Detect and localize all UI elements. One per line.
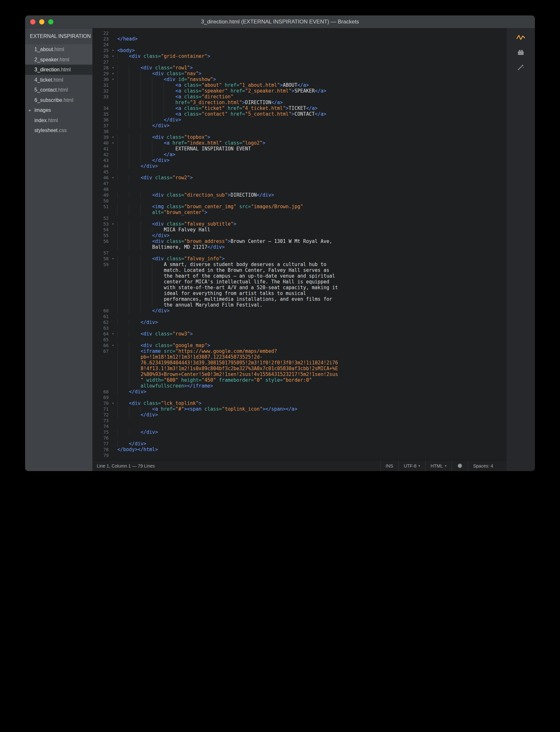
code-line-text[interactable]: </div> bbox=[117, 389, 146, 394]
code-line-text[interactable]: alt="brown_center"> bbox=[117, 210, 207, 215]
code-line-text[interactable]: center for MICA's intellectual life. The… bbox=[117, 279, 329, 285]
code-line-text[interactable]: </head> bbox=[117, 36, 138, 42]
code-line-text[interactable]: <div class="row3"> bbox=[117, 331, 193, 337]
code-line-text[interactable]: <div class="row2"> bbox=[117, 175, 193, 181]
code-line-text[interactable]: <div class="lck_toplink"> bbox=[117, 400, 202, 406]
code-line-text[interactable]: <div class="direction_sub">DIRECTION</di… bbox=[117, 192, 274, 198]
sidebar-item-6_subscribe[interactable]: 6_subscribe.html bbox=[25, 95, 92, 105]
code-line-text[interactable]: </div> bbox=[117, 308, 170, 314]
close-button[interactable] bbox=[30, 19, 35, 24]
code-line-text[interactable]: match. Located in the Brown Center, Falv… bbox=[117, 267, 329, 273]
code-line-text[interactable]: <div id="navshow"> bbox=[117, 77, 216, 82]
minimize-button[interactable] bbox=[39, 19, 44, 24]
code-line-text[interactable]: pb=!1m18!1m12!1m3!1d3087.1223445873525!2… bbox=[117, 354, 263, 360]
lint-status-icon[interactable] bbox=[458, 464, 462, 468]
code-line-text[interactable]: <a class="contact" href="5_contact.html"… bbox=[117, 111, 326, 117]
code-line-text[interactable]: EXTERNAL INSPIRATION EVENT bbox=[117, 146, 251, 152]
code-line-text[interactable]: 8!4f13.1!3m3!1m2!1s0x89c804bf3c2be327%3A… bbox=[117, 366, 338, 371]
fold-gutter bbox=[109, 198, 117, 204]
code-line-text[interactable]: 2%80%93+Brown+Center!5e0!3m2!1sen!2sus!4… bbox=[117, 371, 338, 377]
code-line-text[interactable]: <a href="#"><span class="toplink_icon"><… bbox=[117, 406, 297, 412]
sidebar-item-2_speaker[interactable]: 2_speaker.html bbox=[25, 55, 92, 65]
code-line-text[interactable]: </a> bbox=[117, 152, 176, 158]
code-line-text[interactable]: <iframe src="https://www.google.com/maps… bbox=[117, 348, 277, 354]
code-line-text[interactable]: </body></html> bbox=[117, 447, 158, 452]
code-line-text[interactable]: Baltimore, MD 21217</div> bbox=[117, 244, 225, 250]
code-line-text[interactable]: </div> bbox=[117, 158, 170, 163]
code-line-text[interactable]: <div class="google_map"> bbox=[117, 343, 210, 348]
insert-mode-indicator[interactable]: INS bbox=[381, 460, 398, 471]
code-line-text[interactable]: </div> bbox=[117, 163, 158, 169]
fold-arrow-icon[interactable]: ▾ bbox=[109, 343, 117, 348]
code-line-text[interactable]: </div> bbox=[117, 429, 158, 435]
code-line-text[interactable]: <a class="speaker" href="2_speaker.html"… bbox=[117, 88, 326, 94]
fold-arrow-icon[interactable]: ▾ bbox=[109, 77, 117, 82]
code-line-text[interactable]: </div> bbox=[117, 233, 170, 239]
fold-arrow-icon[interactable]: ▾ bbox=[109, 48, 117, 53]
code-line-text[interactable]: A smart, diverse student body deserves a… bbox=[117, 262, 326, 267]
sidebar-item-3_direction[interactable]: 3_direction.html bbox=[25, 65, 92, 75]
code-line-text[interactable]: <div class="grid-container"> bbox=[117, 53, 210, 59]
code-line-text[interactable]: <div class="nav"> bbox=[117, 71, 202, 77]
zoom-button[interactable] bbox=[48, 19, 53, 24]
fold-arrow-icon[interactable]: ▾ bbox=[109, 175, 117, 181]
code-row: 40▾<a href="index.html" class="logo2"> bbox=[93, 140, 507, 146]
fold-arrow-icon[interactable]: ▾ bbox=[109, 140, 117, 146]
code-area[interactable]: 2223</head>2425▾<body>26▾<div class="gri… bbox=[93, 28, 507, 460]
code-line-text[interactable]: <div class="falvey_subtitle"> bbox=[117, 221, 236, 227]
fold-arrow-icon[interactable]: ▾ bbox=[109, 221, 117, 227]
code-line-text[interactable]: allowfullscreen></iframe> bbox=[117, 383, 213, 389]
code-line-text[interactable]: </div> bbox=[117, 441, 146, 447]
code-line-text[interactable]: </div> bbox=[117, 123, 170, 129]
sidebar-item-index[interactable]: index.html bbox=[25, 115, 92, 126]
fold-arrow-icon[interactable]: ▾ bbox=[109, 71, 117, 77]
line-number: 31 bbox=[93, 82, 109, 88]
code-line-text[interactable]: the heart of the campus – an up-to-date … bbox=[117, 273, 335, 279]
indent-guides bbox=[117, 82, 176, 88]
indent-guides bbox=[117, 354, 140, 360]
sidebar-item-images[interactable]: ▸images bbox=[25, 105, 92, 115]
code-line-text[interactable]: </div> bbox=[117, 320, 158, 325]
code-line-text[interactable]: ideal for everything from artist talks t… bbox=[117, 291, 306, 296]
code-line-text[interactable]: with state-of-the-art A/V and a 520-seat… bbox=[117, 285, 338, 291]
code-line-text[interactable]: <img class="brown_center_img" src="image… bbox=[117, 204, 303, 210]
extract-button[interactable] bbox=[515, 62, 527, 74]
code-line-text[interactable]: <div class="brown_address">Brown Center … bbox=[117, 239, 332, 244]
code-line-text[interactable]: </div> bbox=[117, 117, 181, 123]
indent-setting[interactable]: Spaces: 4 bbox=[468, 460, 498, 471]
code-line-text[interactable]: 76.62341998404443!3d39.3081501795095!2m3… bbox=[117, 360, 338, 366]
sidebar-item-1_about[interactable]: 1_about.html bbox=[25, 44, 92, 55]
encoding-selector[interactable]: UTF-8 ▾ bbox=[399, 460, 425, 471]
code-line-text[interactable]: <div class="topbox"> bbox=[117, 134, 210, 140]
fold-gutter bbox=[109, 302, 117, 308]
fold-arrow-icon[interactable]: ▾ bbox=[109, 53, 117, 59]
sidebar-item-4_ticket[interactable]: 4_ticket.html bbox=[25, 75, 92, 85]
line-number: 45 bbox=[93, 169, 109, 175]
code-line-text[interactable]: <a class="ticket" href="4_ticket.html">T… bbox=[117, 105, 318, 111]
fold-arrow-icon[interactable]: ▾ bbox=[109, 65, 117, 71]
project-name[interactable]: EXTERNAL INSPIRATION EVENT bbox=[25, 28, 92, 44]
code-line-text[interactable]: <div class="falvey_info"> bbox=[117, 256, 225, 262]
live-preview-button[interactable] bbox=[515, 32, 527, 44]
folder-disclosure-icon[interactable]: ▸ bbox=[29, 105, 31, 115]
extension-manager-button[interactable] bbox=[515, 47, 527, 59]
sidebar-item-5_contact[interactable]: 5_contact.html bbox=[25, 85, 92, 95]
fold-arrow-icon[interactable]: ▾ bbox=[109, 400, 117, 406]
fold-arrow-icon[interactable]: ▾ bbox=[109, 331, 117, 337]
fold-arrow-icon[interactable]: ▾ bbox=[109, 134, 117, 140]
code-line-text[interactable]: MICA Falvey Hall bbox=[117, 227, 210, 233]
code-line-text[interactable]: <div class="row1"> bbox=[117, 65, 193, 71]
code-line-text[interactable]: " width="600" height="450" frameborder="… bbox=[117, 377, 312, 383]
code-line-text[interactable]: <a class="direction" bbox=[117, 94, 233, 100]
code-line-text[interactable]: <body> bbox=[117, 48, 135, 53]
code-row: 37</div> bbox=[93, 123, 507, 129]
code-line-text[interactable]: performances, multimedia installations, … bbox=[117, 296, 332, 302]
code-line-text[interactable]: href="3_direction.html">DIRECTION</a> bbox=[117, 100, 283, 105]
language-selector[interactable]: HTML ▾ bbox=[426, 460, 452, 471]
code-line-text[interactable]: </div> bbox=[117, 412, 158, 418]
sidebar-item-stylesheet[interactable]: stylesheet.css bbox=[25, 125, 92, 136]
code-line-text[interactable]: the annual Maryland Film Festival. bbox=[117, 302, 263, 308]
code-line-text[interactable]: <a href="index.html" class="logo2"> bbox=[117, 140, 266, 146]
fold-arrow-icon[interactable]: ▾ bbox=[109, 256, 117, 262]
code-line-text[interactable]: <a class="about" href="1_about.html">ABO… bbox=[117, 82, 309, 88]
